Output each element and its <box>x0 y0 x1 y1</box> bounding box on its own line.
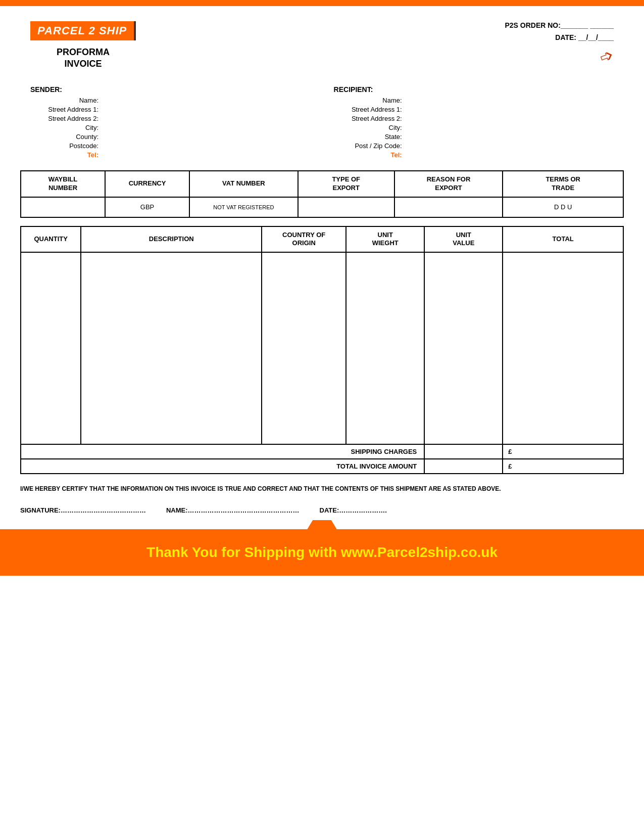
recipient-city-value <box>405 124 465 131</box>
shipping-charges-row: SHIPPING CHARGES £ <box>21 444 623 459</box>
recipient-name-label: Name: <box>334 97 405 104</box>
name-field: NAME:…………………………………………… <box>166 506 300 514</box>
recipient-name-value <box>405 97 465 104</box>
recipient-postzip-value <box>405 142 465 150</box>
col-reason-export: REASON FOREXPORT <box>394 171 503 197</box>
invoice-title: PROFORMA INVOICE <box>57 47 110 70</box>
certification-text: I/WE HEREBY CERTIFY THAT THE INFORMATION… <box>20 485 501 492</box>
col-vat: VAT NUMBER <box>189 171 298 197</box>
cell-terms-trade: D D U <box>503 197 623 217</box>
shipping-weight-cell <box>424 444 503 459</box>
cell-unit-weight-data <box>346 252 424 444</box>
recipient-street1-label: Street Address 1: <box>334 106 405 113</box>
col-country-origin: COUNTRY OFORIGIN <box>262 226 346 253</box>
cell-reason-export <box>394 197 503 217</box>
shipping-charges-label: SHIPPING CHARGES <box>351 448 417 455</box>
sender-name-label: Name: <box>30 97 101 104</box>
cell-vat: NOT VAT REGISTERED <box>189 197 298 217</box>
cell-waybill <box>21 197 105 217</box>
logo-box: PARCEL 2 SHIP <box>30 21 136 40</box>
signature-field: SIGNATURE:………………………………… <box>20 506 146 514</box>
recipient-city-label: City: <box>334 124 405 131</box>
footer-bar: Thank You for Shipping with www.Parcel2s… <box>0 529 644 576</box>
sender-name-value <box>101 97 162 104</box>
order-number: P2S ORDER NO:_______ ______ <box>505 21 614 29</box>
total-weight-cell <box>424 459 503 474</box>
logo-title-block: PARCEL 2 SHIP PROFORMA INVOICE <box>30 21 136 70</box>
col-description: DESCRIPTION <box>81 226 262 253</box>
col-unit-weight: UNITWIEGHT <box>346 226 424 253</box>
sender-tel-value <box>101 151 162 159</box>
header-section: PARCEL 2 SHIP PROFORMA INVOICE P2S ORDER… <box>0 6 644 80</box>
recipient-street2-value <box>405 115 465 122</box>
sender-county-label: County: <box>30 133 101 141</box>
cell-country-data <box>262 252 346 444</box>
sender-street2-label: Street Address 2: <box>30 115 101 122</box>
col-waybill: WAYBILLNUMBER <box>21 171 105 197</box>
col-quantity: QUANTITY <box>21 226 81 253</box>
recipient-postzip-label: Post / Zip Code: <box>334 142 405 150</box>
total-amount-cell: £ <box>503 459 623 474</box>
sender-street1-value <box>101 106 162 113</box>
sender-block: SENDER: Name: Street Address 1: Street A… <box>30 85 310 160</box>
recipient-state-label: State: <box>334 133 405 141</box>
certification-block: I/WE HEREBY CERTIFY THAT THE INFORMATION… <box>0 474 644 499</box>
date-field: DATE:…………………. <box>320 506 387 514</box>
squiggle-icon: ➩ <box>597 46 616 69</box>
col-total: TOTAL <box>503 226 623 253</box>
recipient-street2-label: Street Address 2: <box>334 115 405 122</box>
sender-county-value <box>101 133 162 141</box>
footer-text: Thank You for Shipping with www.Parcel2s… <box>146 544 498 560</box>
total-invoice-row: TOTAL INVOICE AMOUNT £ <box>21 459 623 474</box>
cell-unit-value-data <box>424 252 503 444</box>
recipient-tel-value <box>405 151 465 159</box>
recipient-label: RECIPIENT: <box>334 85 614 94</box>
sender-city-label: City: <box>30 124 101 131</box>
col-terms-trade: TERMS ORTRADE <box>503 171 623 197</box>
col-unit-value: UNITVALUE <box>424 226 503 253</box>
col-currency: CURRENCY <box>105 171 189 197</box>
top-orange-bar <box>0 0 644 6</box>
cell-type-export <box>298 197 394 217</box>
items-table: QUANTITY DESCRIPTION COUNTRY OFORIGIN UN… <box>20 226 624 475</box>
address-section: SENDER: Name: Street Address 1: Street A… <box>0 80 644 170</box>
sender-label: SENDER: <box>30 85 310 94</box>
sender-city-value <box>101 124 162 131</box>
recipient-tel-label: Tel: <box>334 151 405 159</box>
sender-postcode-label: Postcode: <box>30 142 101 150</box>
sender-street2-value <box>101 115 162 122</box>
sender-postcode-value <box>101 142 162 150</box>
items-data-row <box>21 252 623 444</box>
logo-text: PARCEL 2 SHIP <box>37 24 127 37</box>
recipient-street1-value <box>405 106 465 113</box>
sender-street1-label: Street Address 1: <box>30 106 101 113</box>
order-section: P2S ORDER NO:_______ ______ DATE: __/__/… <box>505 21 614 67</box>
main-content: WAYBILLNUMBER CURRENCY VAT NUMBER TYPE O… <box>0 170 644 475</box>
shipping-amount-cell: £ <box>503 444 623 459</box>
sender-tel-label: Tel: <box>30 151 101 159</box>
col-type-export: TYPE OFEXPORT <box>298 171 394 197</box>
date-line: DATE: __/__/____ <box>505 33 614 41</box>
cell-total-data <box>503 252 623 444</box>
cell-quantity-data <box>21 252 81 444</box>
cell-description-data <box>81 252 262 444</box>
recipient-state-value <box>405 133 465 141</box>
cell-currency: GBP <box>105 197 189 217</box>
recipient-block: RECIPIENT: Name: Street Address 1: Stree… <box>334 85 614 160</box>
top-info-table: WAYBILLNUMBER CURRENCY VAT NUMBER TYPE O… <box>20 170 624 218</box>
total-invoice-label: TOTAL INVOICE AMOUNT <box>336 462 417 470</box>
